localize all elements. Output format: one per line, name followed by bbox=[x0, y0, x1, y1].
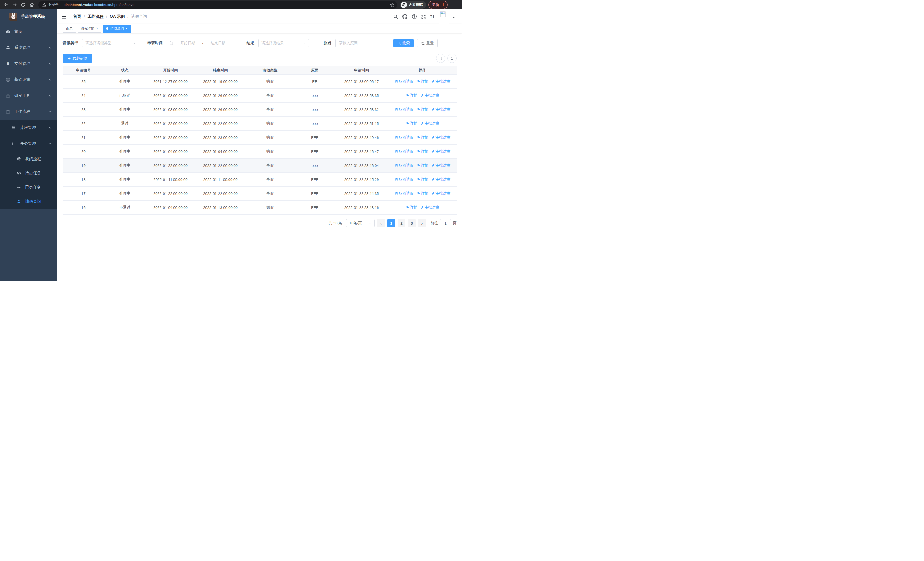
action-cancel-link[interactable]: 取消请假 bbox=[394, 135, 414, 140]
page-size-select[interactable]: 10条/页 bbox=[346, 219, 375, 227]
sidebar-collapse-icon[interactable] bbox=[61, 14, 67, 20]
refresh-table-icon[interactable] bbox=[447, 54, 457, 63]
sidebar-item-task-management[interactable]: 任务管理 bbox=[0, 136, 57, 152]
sidebar-item-label: 工作流程 bbox=[14, 109, 30, 114]
action-detail-link[interactable]: 详情 bbox=[405, 205, 417, 210]
breadcrumb-oa-example[interactable]: OA 示例 bbox=[110, 14, 125, 19]
result-select[interactable]: 请选择流结果 bbox=[258, 39, 309, 47]
action-cancel-link[interactable]: 取消请假 bbox=[394, 79, 414, 84]
app-logo-row[interactable]: 芋道管理系统 bbox=[0, 9, 57, 24]
cell-id: 22 bbox=[63, 117, 104, 131]
cell-status: 处理中 bbox=[104, 102, 146, 117]
url-host: dashboard.yudao.iocoder.cn bbox=[65, 3, 111, 7]
breadcrumb-workflow[interactable]: 工作流程 bbox=[88, 14, 104, 19]
security-chip[interactable]: 不安全 bbox=[42, 2, 59, 7]
action-progress-link[interactable]: 审批进度 bbox=[432, 149, 451, 154]
action-progress-link[interactable]: 审批进度 bbox=[420, 93, 440, 98]
cell-status: 处理中 bbox=[104, 158, 146, 173]
action-detail-link[interactable]: 详情 bbox=[417, 163, 429, 168]
action-progress-link[interactable]: 审批进度 bbox=[420, 121, 440, 126]
cell-actions: 取消请假详情审批进度 bbox=[388, 102, 457, 117]
sidebar-item-process-management[interactable]: 流程管理 bbox=[0, 120, 57, 136]
action-cancel-link[interactable]: 取消请假 bbox=[394, 191, 414, 196]
kebab-menu-icon[interactable]: ⋮ bbox=[441, 3, 445, 7]
cell-applied: 2022-01-22 23:53:32 bbox=[335, 102, 388, 117]
action-progress-link[interactable]: 审批进度 bbox=[432, 79, 451, 84]
address-bar[interactable]: 不安全 dashboard.yudao.iocoder.cn/bpm/oa/le… bbox=[38, 1, 397, 9]
breadcrumb-separator: / bbox=[84, 14, 85, 19]
action-detail-link[interactable]: 详情 bbox=[405, 121, 417, 126]
action-progress-link[interactable]: 审批进度 bbox=[432, 107, 451, 112]
browser-update-button[interactable]: 更新 ⋮ bbox=[428, 1, 448, 9]
apply-time-range-input[interactable]: 开始日期 - 结束日期 bbox=[166, 39, 235, 47]
reason-label: 原因 bbox=[324, 41, 331, 46]
page-button-3[interactable]: 3 bbox=[408, 219, 416, 227]
browser-reload-icon[interactable] bbox=[19, 1, 27, 9]
sidebar-item-leave-query[interactable]: 请假查询 bbox=[0, 194, 57, 209]
chevron-down-icon bbox=[48, 62, 52, 65]
action-detail-link[interactable]: 详情 bbox=[417, 177, 429, 182]
leave-type-select[interactable]: 请选择请假类型 bbox=[82, 39, 139, 47]
goto-page-input[interactable]: 1 bbox=[440, 219, 451, 227]
action-progress-link[interactable]: 审批进度 bbox=[420, 205, 440, 210]
sidebar-item-devtools[interactable]: 研发工具 bbox=[0, 88, 57, 104]
github-icon[interactable] bbox=[402, 14, 408, 19]
fullscreen-icon[interactable] bbox=[421, 14, 426, 19]
sidebar-item-workflow[interactable]: 工作流程 bbox=[0, 104, 57, 120]
close-icon[interactable]: × bbox=[96, 27, 98, 30]
sidebar-item-done-tasks[interactable]: 已办任务 bbox=[0, 180, 57, 194]
action-cancel-link[interactable]: 取消请假 bbox=[394, 177, 414, 182]
search-icon[interactable] bbox=[393, 14, 398, 19]
edit-icon bbox=[420, 122, 424, 125]
action-detail-link[interactable]: 详情 bbox=[417, 149, 429, 154]
close-icon[interactable]: × bbox=[126, 27, 128, 30]
table-row: 16不通过2022-01-04 00:00:002022-01-13 00:00… bbox=[63, 200, 457, 215]
page-button-2[interactable]: 2 bbox=[398, 219, 405, 227]
page-button-1[interactable]: 1 bbox=[387, 219, 395, 227]
breadcrumb: 首页 / 工作流程 / OA 示例 / 请假查询 bbox=[74, 14, 147, 19]
cell-applied: 2022-01-22 23:44:35 bbox=[335, 186, 388, 200]
browser-back-icon[interactable] bbox=[2, 1, 10, 9]
action-detail-link[interactable]: 详情 bbox=[417, 191, 429, 196]
toggle-search-icon[interactable] bbox=[436, 54, 445, 63]
sidebar-item-todo-tasks[interactable]: 待办任务 bbox=[0, 166, 57, 180]
reason-input[interactable]: 请输入原因 bbox=[335, 39, 390, 47]
breadcrumb-home[interactable]: 首页 bbox=[74, 14, 81, 19]
action-detail-link[interactable]: 详情 bbox=[417, 135, 429, 140]
avatar[interactable] bbox=[439, 11, 449, 26]
prev-page-button[interactable]: ‹ bbox=[377, 219, 385, 227]
action-progress-link[interactable]: 审批进度 bbox=[432, 177, 451, 182]
browser-forward-icon[interactable] bbox=[10, 1, 19, 9]
reset-button[interactable]: 重置 bbox=[417, 39, 438, 47]
next-page-button[interactable]: › bbox=[418, 219, 426, 227]
create-leave-button[interactable]: 发起请假 bbox=[63, 54, 92, 63]
action-cancel-link[interactable]: 取消请假 bbox=[394, 163, 414, 168]
action-progress-link[interactable]: 审批进度 bbox=[432, 135, 451, 140]
tab-leave-query[interactable]: 请假查询 × bbox=[103, 24, 131, 33]
avatar-caret-icon[interactable] bbox=[452, 17, 455, 18]
browser-home-icon[interactable] bbox=[27, 1, 36, 9]
action-cancel-link[interactable]: 取消请假 bbox=[394, 149, 414, 154]
action-detail-link[interactable]: 详情 bbox=[405, 93, 417, 98]
sidebar-item-system[interactable]: 系统管理 bbox=[0, 40, 57, 56]
help-icon[interactable] bbox=[412, 14, 417, 19]
sidebar-item-my-process[interactable]: 我的流程 bbox=[0, 152, 57, 166]
action-cancel-link[interactable]: 取消请假 bbox=[394, 107, 414, 112]
font-size-icon[interactable]: TT bbox=[430, 14, 435, 19]
sidebar-item-label: 待办任务 bbox=[25, 170, 41, 176]
cell-id: 21 bbox=[63, 131, 104, 144]
tab-home[interactable]: 首页 bbox=[63, 24, 76, 33]
sidebar-item-payment[interactable]: ¥ 支付管理 bbox=[0, 56, 57, 72]
tab-process-detail[interactable]: 流程详情 × bbox=[78, 24, 101, 33]
action-progress-link[interactable]: 审批进度 bbox=[432, 191, 451, 196]
chevron-down-icon bbox=[48, 78, 52, 81]
breadcrumb-current: 请假查询 bbox=[131, 14, 147, 19]
sidebar-item-infrastructure[interactable]: 基础设施 bbox=[0, 72, 57, 88]
action-detail-link[interactable]: 详情 bbox=[417, 79, 429, 84]
bookmark-star-icon[interactable] bbox=[390, 3, 394, 7]
action-progress-link[interactable]: 审批进度 bbox=[432, 163, 451, 168]
page-size-value: 10条/页 bbox=[349, 221, 362, 226]
sidebar-item-home[interactable]: 首页 bbox=[0, 24, 57, 40]
search-button[interactable]: 搜索 bbox=[393, 39, 414, 47]
action-detail-link[interactable]: 详情 bbox=[417, 107, 429, 112]
